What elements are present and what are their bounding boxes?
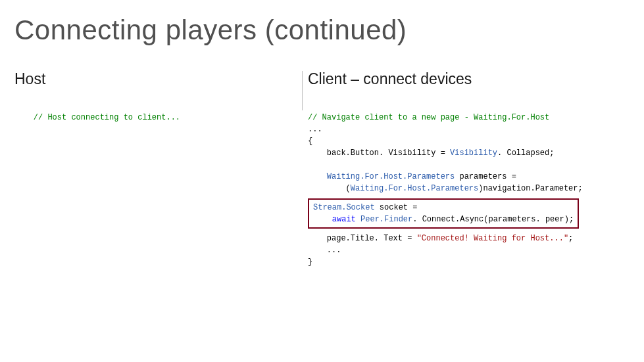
code-ellipsis: ... bbox=[308, 125, 322, 134]
host-column: Host // Host connecting to client... bbox=[14, 70, 297, 135]
code-line-socket-decl: Stream.Socket socket = bbox=[313, 203, 417, 212]
code-line-await-connect: await Peer.Finder. Connect.Async(paramet… bbox=[313, 215, 574, 224]
column-divider bbox=[302, 71, 303, 110]
slide-title: Connecting players (continued) bbox=[14, 14, 407, 46]
client-code-comment: // Navigate client to a new page - Waiti… bbox=[308, 113, 549, 122]
host-code-block: // Host connecting to client... bbox=[14, 100, 297, 135]
host-heading: Host bbox=[14, 70, 297, 88]
highlighted-code-box: Stream.Socket socket = await Peer.Finder… bbox=[308, 198, 579, 229]
code-open-brace: { bbox=[308, 137, 312, 146]
code-line-visibility: back.Button. Visibility = Visibility. Co… bbox=[308, 148, 554, 158]
code-line-params-cast: (Waiting.For.Host.Parameters)navigation.… bbox=[308, 184, 583, 193]
client-heading: Client – connect devices bbox=[308, 70, 630, 88]
client-code-block: // Navigate client to a new page - Waiti… bbox=[308, 100, 630, 280]
code-ellipsis-inner: ... bbox=[308, 246, 341, 255]
code-line-pagetitle: page.Title. Text = "Connected! Waiting f… bbox=[308, 234, 573, 243]
client-column: Client – connect devices // Navigate cli… bbox=[308, 70, 630, 280]
code-line-params-decl: Waiting.For.Host.Parameters parameters = bbox=[308, 172, 516, 181]
host-code-comment: // Host connecting to client... bbox=[34, 113, 180, 122]
code-close-brace: } bbox=[308, 258, 312, 267]
